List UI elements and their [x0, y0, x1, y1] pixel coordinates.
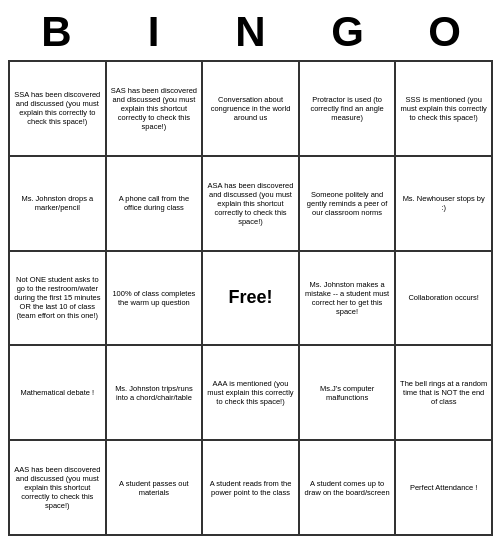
- bingo-letter-G: G: [299, 8, 396, 56]
- bingo-cell-4: SSS is mentioned (you must explain this …: [396, 62, 493, 157]
- bingo-cell-6: A phone call from the office during clas…: [107, 157, 204, 252]
- bingo-cell-14: Collaboration occurs!: [396, 252, 493, 347]
- bingo-cell-17: AAA is mentioned (you must explain this …: [203, 346, 300, 441]
- bingo-cell-22: A student reads from the power point to …: [203, 441, 300, 536]
- bingo-cell-8: Someone politely and gently reminds a pe…: [300, 157, 397, 252]
- bingo-letter-I: I: [105, 8, 202, 56]
- bingo-cell-23: A student comes up to draw on the board/…: [300, 441, 397, 536]
- bingo-cell-15: Mathematical debate !: [10, 346, 107, 441]
- bingo-letter-B: B: [8, 8, 105, 56]
- bingo-cell-9: Ms. Newhouser stops by :): [396, 157, 493, 252]
- bingo-title: BINGO: [8, 8, 493, 56]
- bingo-cell-13: Ms. Johnston makes a mistake -- a studen…: [300, 252, 397, 347]
- bingo-cell-11: 100% of class completes the warm up ques…: [107, 252, 204, 347]
- bingo-cell-12: Free!: [203, 252, 300, 347]
- bingo-cell-19: The bell rings at a random time that is …: [396, 346, 493, 441]
- bingo-cell-5: Ms. Johnston drops a marker/pencil: [10, 157, 107, 252]
- bingo-letter-N: N: [202, 8, 299, 56]
- bingo-cell-21: A student passes out materials: [107, 441, 204, 536]
- bingo-cell-7: ASA has been discovered and discussed (y…: [203, 157, 300, 252]
- bingo-grid: SSA has been discovered and discussed (y…: [8, 60, 493, 536]
- bingo-cell-20: AAS has been discovered and discussed (y…: [10, 441, 107, 536]
- bingo-letter-O: O: [396, 8, 493, 56]
- bingo-cell-1: SAS has been discovered and discussed (y…: [107, 62, 204, 157]
- bingo-cell-3: Protractor is used (to correctly find an…: [300, 62, 397, 157]
- bingo-cell-0: SSA has been discovered and discussed (y…: [10, 62, 107, 157]
- bingo-cell-16: Ms. Johnston trips/runs into a chord/cha…: [107, 346, 204, 441]
- bingo-cell-24: Perfect Attendance !: [396, 441, 493, 536]
- bingo-cell-2: Conversation about congruence in the wor…: [203, 62, 300, 157]
- bingo-cell-10: Not ONE student asks to go to the restro…: [10, 252, 107, 347]
- bingo-cell-18: Ms.J's computer malfunctions: [300, 346, 397, 441]
